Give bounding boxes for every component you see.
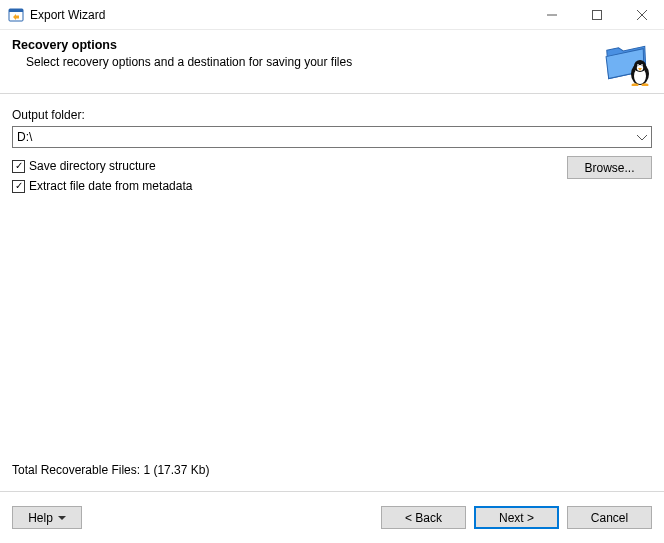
chevron-down-icon	[637, 130, 647, 144]
svg-rect-2	[9, 9, 23, 12]
save-directory-structure-label: Save directory structure	[29, 159, 156, 173]
minimize-button[interactable]	[529, 0, 574, 29]
back-button[interactable]: < Back	[381, 506, 466, 529]
save-directory-structure-checkbox[interactable]: ✓ Save directory structure	[12, 156, 567, 176]
page-subheading: Select recovery options and a destinatio…	[26, 55, 652, 69]
next-button[interactable]: Next >	[474, 506, 559, 529]
checkbox-icon: ✓	[12, 180, 25, 193]
svg-point-14	[642, 65, 643, 66]
app-icon	[8, 7, 24, 23]
maximize-button[interactable]	[574, 0, 619, 29]
wizard-header: Recovery options Select recovery options…	[0, 30, 664, 94]
svg-rect-4	[592, 10, 601, 19]
window-title: Export Wizard	[30, 8, 529, 22]
cancel-button[interactable]: Cancel	[567, 506, 652, 529]
extract-file-date-label: Extract file date from metadata	[29, 179, 192, 193]
titlebar: Export Wizard	[0, 0, 664, 30]
output-folder-label: Output folder:	[12, 108, 652, 122]
close-button[interactable]	[619, 0, 664, 29]
wizard-body: Output folder: D:\ ✓ Save directory stru…	[0, 94, 664, 491]
page-heading: Recovery options	[12, 38, 652, 52]
chevron-down-icon	[58, 516, 66, 520]
wizard-footer: Help < Back Next > Cancel	[0, 491, 664, 543]
recoverable-files-stats: Total Recoverable Files: 1 (17.37 Kb)	[12, 463, 652, 477]
wizard-icon	[602, 34, 654, 86]
checkbox-icon: ✓	[12, 160, 25, 173]
svg-point-13	[638, 65, 639, 66]
browse-button[interactable]: Browse...	[567, 156, 652, 179]
output-folder-combo[interactable]: D:\	[12, 126, 652, 148]
extract-file-date-checkbox[interactable]: ✓ Extract file date from metadata	[12, 176, 567, 196]
output-folder-value: D:\	[17, 130, 32, 144]
help-button[interactable]: Help	[12, 506, 82, 529]
window-controls	[529, 0, 664, 29]
